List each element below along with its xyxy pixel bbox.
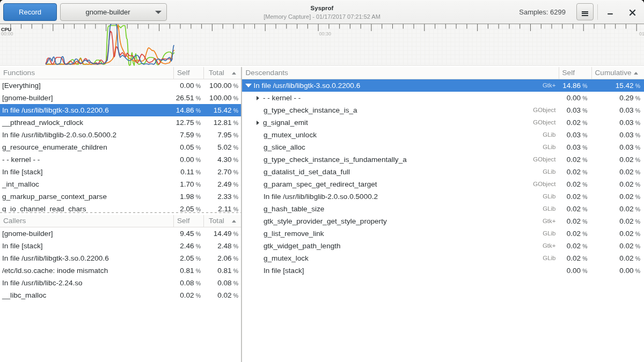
svg-text:00:30: 00:30 [319, 31, 332, 36]
svg-text:00:00: 00:00 [1, 31, 13, 36]
svg-text:01:00: 01:00 [639, 31, 644, 36]
